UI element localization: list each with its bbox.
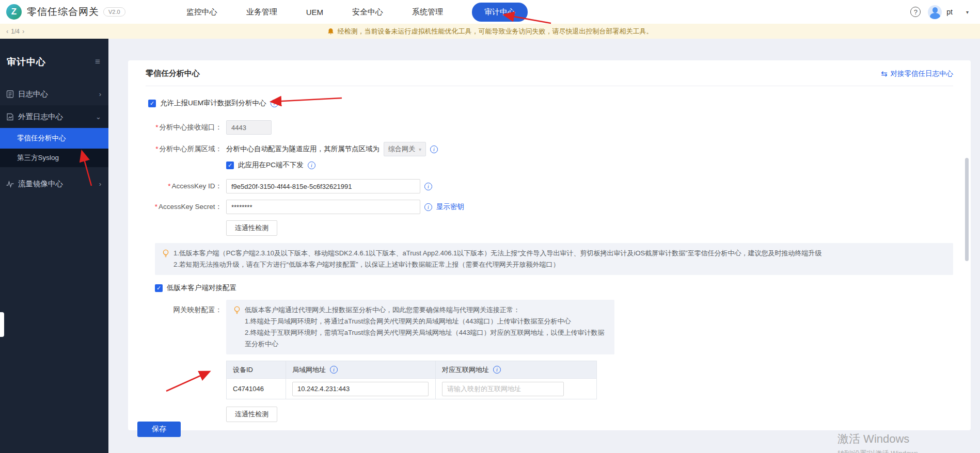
tip2-line1: 低版本客户端通过代理网关上报数据至分析中心，因此您需要确保终端与代理网关连接正常…: [245, 304, 606, 316]
accesskey-secret-label: *AccessKey Secret：: [146, 202, 222, 212]
pager-next-icon[interactable]: ›: [22, 27, 24, 35]
accesskey-id-label: *AccessKey ID：: [146, 182, 222, 191]
required-mark: *: [155, 145, 158, 153]
info-icon[interactable]: i: [424, 183, 432, 190]
nav-business-management[interactable]: 业务管理: [246, 7, 277, 17]
topbar: Z 零信任综合网关 V2.0 监控中心 业务管理 UEM 安全中心 系统管理 审…: [0, 0, 980, 24]
select-caret-icon: ▾: [419, 147, 421, 152]
banner-pager: ‹ 1/4 ›: [6, 24, 24, 39]
bell-icon: [327, 28, 334, 35]
legacy-client-tip: 1.低版本客户端（PC客户端2.3.10及以下版本、移动端SDK2.4.6.1以…: [155, 243, 953, 275]
clipboard-icon: [6, 90, 14, 99]
banner-text: 经检测，当前设备未运行虚拟机性能优化工具，可能导致业务访问失败，请尽快退出控制台…: [338, 27, 653, 36]
required-mark: *: [155, 203, 157, 211]
tip2-line3: 2.终端处于互联网环境时，需填写aTrust综合网关/代理网关局域网地址（443…: [245, 327, 606, 350]
info-icon[interactable]: i: [330, 366, 338, 374]
sidebar-edge-notch: [0, 312, 4, 337]
mapping-config-content: 低版本客户端通过代理网关上报数据至分析中心，因此您需要确保终端与代理网关连接正常…: [226, 300, 614, 422]
logo: Z 零信任综合网关 V2.0: [6, 4, 125, 20]
lan-address-input[interactable]: [292, 382, 429, 396]
check-icon: ✓: [150, 100, 154, 107]
table-header-device-id: 设备ID: [227, 361, 286, 379]
gateway-mapping-tip: 低版本客户端通过代理网关上报数据至分析中心，因此您需要确保终端与代理网关连接正常…: [226, 300, 614, 354]
nav-system-management[interactable]: 系统管理: [412, 7, 443, 17]
sidebar-item-log-center[interactable]: 日志中心 ›: [0, 83, 108, 105]
info-icon[interactable]: i: [308, 161, 315, 169]
port-label: *分析中心接收端口：: [146, 123, 222, 132]
sidebar-item-label: 外置日志中心: [18, 112, 63, 122]
notice-banner: ‹ 1/4 › 经检测，当前设备未运行虚拟机性能优化工具，可能导致业务访问失败，…: [0, 24, 980, 39]
avatar-person-icon: [932, 7, 938, 13]
legacy-client-label: 低版本客户端对接配置: [167, 283, 236, 293]
sidebar-collapse-icon[interactable]: ≡: [95, 57, 100, 67]
wan-address-input[interactable]: [442, 382, 564, 396]
accesskey-secret-input[interactable]: [226, 200, 420, 214]
info-icon[interactable]: i: [271, 100, 278, 107]
check-icon: ✓: [156, 284, 161, 292]
nav-uem[interactable]: UEM: [306, 8, 323, 17]
info-icon[interactable]: i: [424, 203, 432, 211]
content-card: 零信任分析中心 ⇆ 对接零信任日志中心 ✓ 允许上报UEM审计数据到分析中心 i…: [128, 60, 971, 430]
sidebar-item-external-log-center[interactable]: 外置日志中心 ⌄: [0, 105, 108, 128]
tip1-line1: 1.低版本客户端（PC客户端2.3.10及以下版本、移动端SDK2.4.6.1以…: [173, 248, 822, 259]
logo-icon: Z: [6, 4, 22, 20]
nav-audit-center-active[interactable]: 审计中心: [472, 3, 528, 22]
region-label: *分析中心所属区域：: [146, 144, 222, 154]
allow-upload-checkbox[interactable]: ✓: [148, 100, 156, 107]
tip2-line2: 1.终端处于局域网环境时，将通过aTrust综合网关/代理网关的局域网地址（44…: [245, 316, 606, 327]
sidebar-item-label: 日志中心: [18, 89, 48, 99]
save-button[interactable]: 保存: [137, 422, 181, 437]
sidebar-subitem-zero-trust-analysis[interactable]: 零信任分析中心: [0, 128, 108, 149]
check-icon: ✓: [228, 161, 232, 169]
windows-activation-watermark: 激活 Windows 转到“设置”以激活 Windows。: [837, 431, 925, 453]
chevron-right-icon: ›: [99, 180, 101, 188]
pc-no-deliver-label: 此应用在PC端不下发: [238, 160, 304, 170]
sidebar-title: 审计中心: [7, 56, 46, 68]
analysis-center-form: ✓ 允许上报UEM审计数据到分析中心 i *分析中心接收端口： *分析中心所属区…: [146, 86, 953, 422]
required-mark: *: [168, 182, 170, 190]
waveform-icon: [6, 180, 14, 188]
chevron-down-icon: ⌄: [96, 113, 101, 121]
mapping-config-label: 网关映射配置：: [146, 300, 222, 315]
show-secret-link[interactable]: 显示密钥: [436, 202, 464, 212]
accesskey-id-input[interactable]: [226, 179, 420, 193]
table-row: C4741046: [227, 379, 597, 399]
external-log-icon: [6, 112, 14, 121]
sidebar-subitem-third-party-syslog[interactable]: 第三方Syslog: [0, 149, 108, 167]
region-select[interactable]: 综合网关 ▾: [384, 142, 426, 156]
top-nav: 监控中心 业务管理 UEM 安全中心 系统管理 审计中心: [186, 3, 528, 22]
swap-arrows-icon: ⇆: [881, 69, 888, 78]
info-icon[interactable]: i: [493, 366, 501, 374]
user-menu-caret-icon[interactable]: ▾: [966, 9, 969, 15]
main-area: 零信任分析中心 ⇆ 对接零信任日志中心 ✓ 允许上报UEM审计数据到分析中心 i…: [108, 39, 980, 453]
info-icon[interactable]: i: [430, 145, 438, 153]
pc-no-deliver-checkbox[interactable]: ✓: [226, 161, 234, 169]
topbar-right: ? pt ▾: [910, 5, 969, 19]
vertical-scrollbar-thumb[interactable]: [965, 158, 969, 261]
required-mark: *: [155, 123, 158, 131]
connectivity-test-button[interactable]: 连通性检测: [226, 220, 277, 236]
allow-upload-label: 允许上报UEM审计数据到分析中心: [160, 99, 266, 108]
connect-log-center-link[interactable]: ⇆ 对接零信任日志中心: [881, 69, 953, 78]
port-input[interactable]: [226, 120, 272, 135]
table-header-wan-address: 对应互联网地址i: [436, 361, 597, 379]
username: pt: [946, 8, 953, 16]
pager-prev-icon[interactable]: ‹: [6, 27, 8, 35]
region-description: 分析中心自动配置为隧道应用，其所属节点区域为: [226, 144, 380, 154]
connectivity-test-button-2[interactable]: 连通性检测: [226, 407, 277, 422]
nav-monitor-center[interactable]: 监控中心: [186, 7, 217, 17]
pager-count: 1/4: [11, 28, 20, 35]
nav-security-center[interactable]: 安全中心: [352, 7, 383, 17]
sidebar-item-label: 流量镜像中心: [18, 179, 63, 189]
sidebar: 审计中心 ≡ 日志中心 › 外置日志中心 ⌄ 零信任分析中心 第三方Syslog…: [0, 39, 108, 453]
chevron-right-icon: ›: [99, 90, 101, 98]
bulb-icon: [233, 306, 241, 314]
tip1-line2: 2.若短期无法推动升级，请在下方进行“低版本客户端对接配置”，以保证上述审计数据…: [173, 259, 822, 270]
sidebar-item-traffic-mirror-center[interactable]: 流量镜像中心 ›: [0, 172, 108, 195]
version-badge: V2.0: [103, 7, 125, 17]
table-header-lan-address: 局域网地址i: [286, 361, 436, 379]
legacy-client-checkbox[interactable]: ✓: [155, 284, 163, 292]
gateway-mapping-table: 设备ID 局域网地址i 对应互联网地址i C4741046: [226, 361, 597, 399]
help-icon[interactable]: ?: [910, 7, 921, 17]
avatar[interactable]: [928, 5, 942, 19]
